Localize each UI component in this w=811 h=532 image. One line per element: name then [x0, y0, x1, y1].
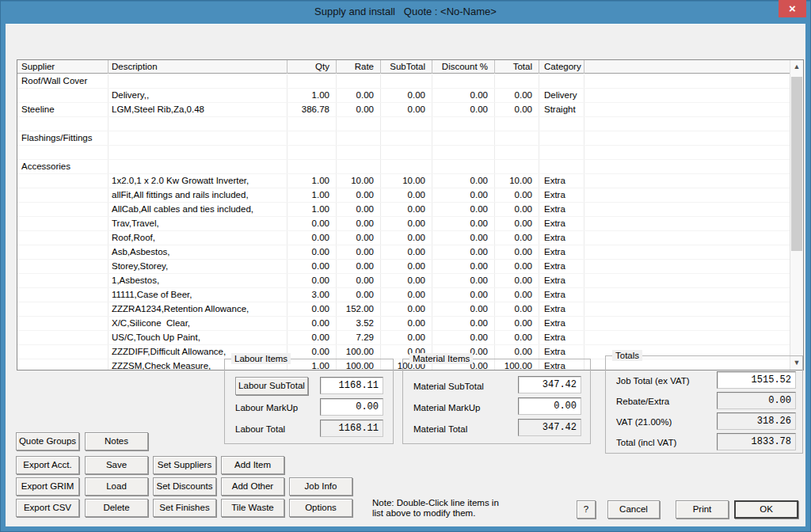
table-row[interactable]: ZZZRA1234,Retention Allowance,0.00152.00…: [17, 302, 803, 317]
table-cell: [109, 131, 287, 145]
column-header-qty[interactable]: Qty: [287, 60, 337, 74]
delete-button[interactable]: Delete: [85, 499, 148, 517]
add-other-button[interactable]: Add Other: [221, 477, 284, 496]
table-row[interactable]: SteelineLGM,Steel Rib,Za,0.48386.780.000…: [17, 103, 803, 117]
cancel-button[interactable]: Cancel: [607, 500, 660, 519]
material-subtotal-field[interactable]: [518, 376, 581, 393]
table-row[interactable]: Roof/Wall Cover: [17, 74, 803, 89]
table-cell: [381, 160, 432, 173]
labour-total-field: [320, 420, 383, 437]
save-button[interactable]: Save: [85, 456, 148, 474]
table-cell: 0.00: [432, 89, 495, 102]
table-row[interactable]: 1,Asbestos,0.000.000.000.000.00Extra: [17, 274, 803, 288]
rebate-extra-field: [717, 392, 796, 409]
set-suppliers-button[interactable]: Set Suppliers: [153, 456, 216, 474]
table-cell: 0.00: [381, 89, 432, 102]
export-grim-button[interactable]: Export GRIM: [16, 477, 79, 496]
vertical-scrollbar[interactable]: ▲ ▼: [790, 60, 803, 370]
set-finishes-button[interactable]: Set Finishes: [153, 499, 216, 517]
table-header: SupplierDescriptionQtyRateSubTotalDiscou…: [17, 60, 803, 74]
table-cell: Extra: [539, 217, 584, 230]
table-cell: [17, 302, 109, 316]
table-cell: 0.00: [337, 231, 381, 245]
table-cell: [17, 146, 109, 159]
table-cell: 3.52: [337, 317, 381, 330]
column-header-subtotal[interactable]: SubTotal: [381, 60, 432, 74]
table-cell: [337, 160, 381, 173]
table-cell: 0.00: [432, 203, 495, 216]
tile-waste-button[interactable]: Tile Waste: [221, 499, 284, 517]
table-cell: 0.00: [337, 274, 381, 287]
table-row[interactable]: Accessories: [17, 160, 803, 174]
table-cell: [287, 74, 337, 88]
table-cell: [17, 117, 109, 131]
table-cell: Accessories: [17, 160, 109, 173]
table-cell: 1.00: [287, 188, 337, 202]
table-cell: 0.00: [432, 174, 495, 188]
table-row[interactable]: US/C,Touch Up Paint,0.007.290.000.000.00…: [17, 331, 803, 345]
column-header-category[interactable]: Category: [539, 60, 584, 74]
add-item-button[interactable]: Add Item: [221, 456, 284, 474]
labour-markup-field[interactable]: [320, 398, 383, 416]
table-cell: [17, 317, 109, 330]
table-cell: 10.00: [337, 174, 381, 188]
set-discounts-button[interactable]: Set Discounts: [153, 477, 216, 496]
quote-groups-button[interactable]: Quote Groups: [16, 432, 79, 450]
load-button[interactable]: Load: [85, 477, 148, 496]
line-items-table: SupplierDescriptionQtyRateSubTotalDiscou…: [17, 59, 804, 370]
vat-label: VAT (21.00%): [616, 416, 672, 428]
options-button[interactable]: Options: [289, 499, 352, 517]
column-header-discount[interactable]: Discount %: [432, 60, 495, 74]
close-button[interactable]: ×: [779, 0, 806, 17]
column-header-description[interactable]: Description: [109, 60, 287, 74]
grand-total-label: Total (incl VAT): [616, 437, 676, 448]
table-cell: [539, 74, 584, 88]
table-row[interactable]: X/C,Silicone Clear,0.003.520.000.000.00E…: [17, 317, 803, 331]
table-row[interactable]: allFit,All fittings and rails included,1…: [17, 188, 803, 203]
table-cell: Extra: [539, 274, 584, 287]
table-cell: [432, 131, 495, 145]
ok-button[interactable]: OK: [734, 500, 798, 519]
column-header-supplier[interactable]: Supplier: [17, 60, 109, 74]
table-cell: 0.00: [287, 331, 337, 344]
table-cell: [381, 74, 432, 88]
table-cell: 0.00: [381, 103, 432, 116]
table-row[interactable]: Delivery,,1.000.000.000.000.00Delivery: [17, 89, 803, 103]
table-row[interactable]: Trav,Travel,0.000.000.000.000.00Extra: [17, 217, 803, 231]
table-cell: 10.00: [381, 174, 432, 188]
table-row[interactable]: 11111,Case of Beer,3.000.000.000.000.00E…: [17, 288, 803, 302]
help-button[interactable]: ?: [577, 500, 596, 519]
table-row[interactable]: Flashings/Fittings: [17, 131, 803, 146]
export-csv-button[interactable]: Export CSV: [16, 499, 79, 517]
table-cell: 0.00: [432, 302, 495, 316]
table-row[interactable]: AllCab,All cables and ties included,1.00…: [17, 203, 803, 217]
table-row[interactable]: Roof,Roof,0.000.000.000.000.00Extra: [17, 231, 803, 245]
table-cell: [381, 146, 432, 159]
labour-subtotal-button[interactable]: Labour SubTotal: [235, 377, 308, 395]
table-cell: Steeline: [17, 103, 109, 116]
material-markup-field[interactable]: [518, 397, 581, 415]
export-acct-button[interactable]: Export Acct.: [16, 456, 79, 474]
table-row[interactable]: Asb,Asbestos,0.000.000.000.000.00Extra: [17, 245, 803, 260]
scrollbar-thumb[interactable]: [791, 77, 802, 251]
column-header-rate[interactable]: Rate: [337, 60, 381, 74]
table-cell: 0.00: [337, 260, 381, 273]
table-cell: [432, 160, 495, 173]
table-cell: 0.00: [287, 274, 337, 287]
table-cell: 0.00: [495, 302, 539, 316]
print-button[interactable]: Print: [676, 500, 729, 519]
job-total-field[interactable]: [717, 371, 796, 389]
labour-subtotal-field[interactable]: [320, 377, 383, 394]
title-bar[interactable]: Supply and install Quote : <No-Name> ×: [0, 0, 811, 24]
job-total-label: Job Total (ex VAT): [616, 375, 690, 386]
table-row[interactable]: 1x2.0,1 x 2.0 Kw Growatt Inverter,1.0010…: [17, 174, 803, 188]
job-info-button[interactable]: Job Info: [289, 477, 352, 496]
scrollbar-up-button[interactable]: ▲: [790, 60, 803, 74]
table-cell: Extra: [539, 302, 584, 316]
table-row[interactable]: [17, 146, 803, 160]
column-header-total[interactable]: Total: [495, 60, 539, 74]
table-row[interactable]: Storey,Storey,0.000.000.000.000.00Extra: [17, 260, 803, 274]
table-cell: Extra: [539, 345, 584, 359]
table-row[interactable]: [17, 117, 803, 131]
notes-button[interactable]: Notes: [85, 432, 148, 450]
